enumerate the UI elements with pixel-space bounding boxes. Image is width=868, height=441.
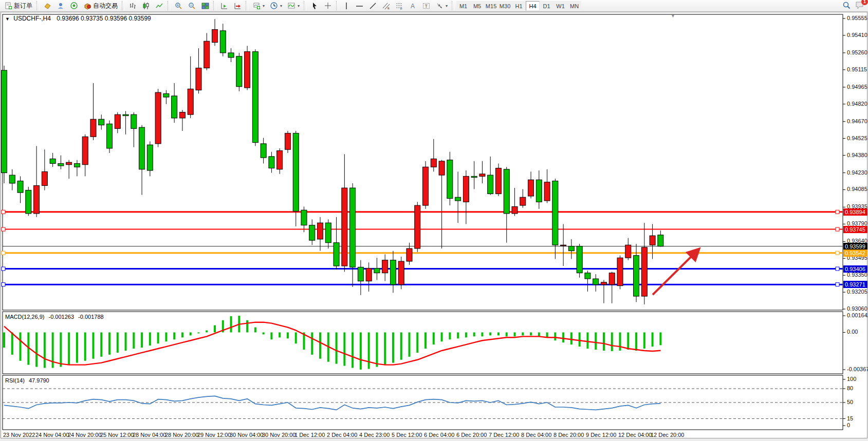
new-chart-button[interactable]: ▾ (250, 1, 267, 11)
candle-up[interactable] (188, 89, 193, 114)
candle-down[interactable] (577, 246, 582, 273)
candle-up[interactable] (277, 150, 283, 169)
candle-up[interactable] (609, 273, 615, 285)
candle-up[interactable] (196, 68, 201, 90)
candle-down[interactable] (593, 279, 599, 284)
profiles-button[interactable] (41, 1, 54, 11)
candle-up[interactable] (479, 174, 485, 177)
line-anchor[interactable] (836, 210, 839, 214)
candle-up[interactable] (650, 236, 655, 245)
candle-up[interactable] (544, 182, 550, 201)
candle-down[interactable] (447, 160, 453, 199)
zoom-in-button[interactable] (172, 1, 185, 11)
auto-scroll-button[interactable] (218, 1, 231, 11)
candle-up[interactable] (625, 245, 631, 258)
candle-up[interactable] (90, 119, 96, 137)
candle-down[interactable] (269, 157, 274, 168)
candle-up[interactable] (398, 261, 404, 284)
candle-down[interactable] (17, 181, 23, 193)
notifications-icon[interactable]: 1 (855, 1, 865, 12)
candle-down[interactable] (301, 210, 307, 225)
candle-down[interactable] (50, 159, 56, 163)
candle-up[interactable] (66, 162, 72, 165)
terminal-button[interactable] (54, 1, 67, 11)
symbol-dropdown-icon[interactable]: ▼ (5, 16, 10, 22)
candle-down[interactable] (107, 124, 113, 148)
candle-down[interactable] (172, 96, 177, 118)
candle-up[interactable] (179, 112, 185, 118)
candle-down[interactable] (471, 176, 477, 177)
chart-shift-button[interactable] (231, 1, 244, 11)
chart-canvas[interactable] (0, 0, 868, 441)
candle-down[interactable] (455, 197, 461, 201)
candle-down[interactable] (131, 114, 137, 128)
line-anchor[interactable] (2, 283, 5, 286)
zoom-out-button[interactable] (186, 1, 198, 11)
candle-down[interactable] (236, 56, 242, 87)
candle-down[interactable] (26, 190, 31, 214)
candle-up[interactable] (423, 167, 429, 205)
candle-down[interactable] (220, 31, 226, 53)
candle-up[interactable] (407, 248, 412, 261)
candle-up[interactable] (366, 269, 372, 281)
line-anchor[interactable] (836, 251, 839, 255)
text-button[interactable]: A (407, 1, 419, 11)
candle-up[interactable] (82, 137, 88, 164)
vertical-line-button[interactable] (341, 1, 353, 11)
candle-down[interactable] (163, 93, 169, 97)
candle-down[interactable] (374, 269, 380, 273)
periods-button[interactable]: ▾ (268, 1, 285, 11)
candle-down[interactable] (309, 225, 315, 240)
candle-down[interactable] (58, 163, 64, 166)
timeframe-button-m1[interactable]: M1 (456, 1, 470, 11)
line-anchor[interactable] (2, 251, 5, 255)
candle-down[interactable] (9, 175, 15, 183)
candle-down[interactable] (585, 273, 590, 279)
candle-up[interactable] (463, 176, 469, 202)
candle-down[interactable] (293, 133, 299, 211)
candle-up[interactable] (34, 186, 40, 214)
candle-up[interactable] (561, 245, 566, 246)
indicators-button[interactable]: ▾ (285, 1, 302, 11)
candle-down[interactable] (74, 163, 80, 167)
candle-down[interactable] (350, 188, 356, 267)
horizontal-line-button[interactable] (353, 1, 366, 11)
candle-up[interactable] (439, 161, 445, 175)
candle-down[interactable] (536, 180, 542, 202)
candle-down[interactable] (552, 181, 558, 245)
auto-trading-button[interactable]: 自动交易 (81, 1, 120, 11)
candle-up[interactable] (601, 282, 606, 285)
candle-up[interactable] (285, 133, 290, 149)
search-icon[interactable] (842, 1, 851, 12)
equidistant-channel-button[interactable]: E (380, 1, 393, 11)
line-anchor[interactable] (2, 210, 5, 214)
candle-up[interactable] (617, 258, 623, 285)
timeframe-button-mn[interactable]: MN (567, 1, 581, 11)
line-anchor[interactable] (836, 267, 839, 271)
strategy-tester-button[interactable] (68, 1, 81, 11)
tile-windows-button[interactable] (199, 1, 212, 11)
timeframe-button-m15[interactable]: M15 (484, 1, 498, 11)
candle-down[interactable] (634, 256, 639, 296)
candle-down[interactable] (390, 260, 396, 285)
candle-down[interactable] (139, 127, 145, 169)
trend-arrow[interactable] (653, 250, 698, 295)
candle-up[interactable] (212, 30, 218, 43)
candlestick-chart-button[interactable] (140, 1, 153, 11)
candle-up[interactable] (431, 159, 436, 167)
line-anchor[interactable] (2, 267, 5, 271)
timeframe-button-m5[interactable]: M5 (470, 1, 484, 11)
candle-down[interactable] (504, 169, 509, 214)
crosshair-button[interactable] (322, 1, 335, 11)
candle-up[interactable] (155, 92, 161, 144)
arrows-button[interactable]: ▾ (433, 1, 450, 11)
line-anchor[interactable] (836, 283, 839, 286)
candle-up[interactable] (204, 41, 210, 68)
candle-up[interactable] (512, 206, 518, 214)
fibonacci-button[interactable]: F (393, 1, 406, 11)
line-anchor[interactable] (836, 227, 839, 231)
candle-up[interactable] (415, 205, 420, 248)
candle-down[interactable] (123, 114, 128, 116)
new-order-button[interactable]: 新订单 (2, 1, 35, 11)
candle-down[interactable] (568, 246, 574, 251)
